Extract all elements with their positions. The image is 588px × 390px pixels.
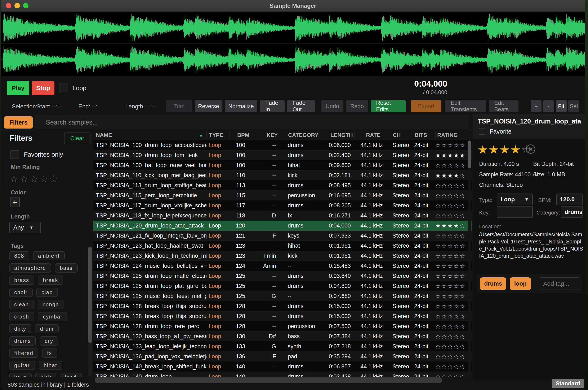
length-dropdown[interactable]: Any ▼: [9, 222, 41, 233]
sel-zoom-button[interactable]: Sel: [568, 100, 579, 112]
tag-filter-chip[interactable]: fx: [42, 348, 57, 358]
tag-filter-chip[interactable]: dirty: [9, 324, 31, 333]
table-row[interactable]: TSP_NOISIA_128_break_loop_thijs_supdrum_…: [93, 311, 471, 321]
stop-button[interactable]: Stop: [32, 81, 54, 95]
close-window-button[interactable]: [6, 3, 11, 8]
table-row[interactable]: TSP_NOISIA_125_drum_loop_plat_gare_beatL…: [93, 281, 471, 291]
minimize-window-button[interactable]: [14, 3, 20, 8]
standard-mode-button[interactable]: Standard: [552, 379, 584, 388]
favorite-checkbox[interactable]: [479, 128, 485, 135]
column-header-bpm[interactable]: BPM: [230, 132, 255, 139]
zoom-in-button[interactable]: +: [531, 100, 542, 112]
tag-filter-chip[interactable]: crash: [9, 312, 34, 321]
clear-filters-button[interactable]: Clear: [64, 133, 90, 144]
favorites-only-checkbox[interactable]: [10, 150, 19, 159]
key-input[interactable]: [497, 206, 533, 218]
table-row[interactable]: TSP_NOISIA_140_drum_loop_...Loop140--dru…: [93, 372, 471, 377]
table-row[interactable]: TSP_NOISIA_128_break_loop_thijs_supdrum_…: [93, 301, 471, 311]
table-row[interactable]: TSP_NOISIA_120_drum_loop_atac_attackLoop…: [93, 221, 471, 231]
clear-rating-button[interactable]: ✕: [526, 145, 535, 154]
sidebar-scrollbar-thumb[interactable]: [88, 246, 92, 343]
table-row[interactable]: TSP_NOISIA_123_hat_loop_haaihet_swatLoop…: [93, 241, 471, 251]
export-button[interactable]: Export: [411, 100, 441, 112]
tag-filter-chip[interactable]: lead: [60, 373, 81, 377]
zoom-out-button[interactable]: -: [543, 100, 554, 112]
sidebar-scrollbar[interactable]: [88, 246, 92, 377]
table-row[interactable]: TSP_NOISIA_136_pad_loop_vox_melodietje_d…: [93, 351, 471, 361]
edit-transients-button[interactable]: Edit Transients: [445, 100, 486, 112]
tag-filter-chip[interactable]: atmosphere: [9, 263, 51, 273]
star-filled-icon[interactable]: ★: [510, 143, 521, 156]
table-row[interactable]: TSP_NOISIA_113_drum_loop_stoffige_beatLo…: [93, 180, 471, 190]
column-header-bits[interactable]: BITS: [412, 132, 435, 139]
table-row[interactable]: TSP_NOISIA_140_break_loop_shifted_funkLo…: [93, 361, 471, 372]
edit-beats-button[interactable]: Edit Beats: [489, 100, 518, 112]
min-rating-stars[interactable]: ☆☆☆☆☆: [10, 173, 59, 185]
table-row[interactable]: TSP_NOISIA_125_drum_loop_maffe_electro_h…: [93, 271, 471, 281]
normalize-button[interactable]: Normalize: [225, 100, 257, 112]
tag-filter-chip[interactable]: bass: [55, 263, 78, 273]
tag-filter-chip[interactable]: kick: [35, 373, 56, 377]
tag-filter-chip[interactable]: keys: [9, 373, 32, 377]
redo-button[interactable]: Redo: [346, 100, 368, 112]
search-input[interactable]: Search samples...: [35, 115, 469, 129]
table-row[interactable]: TSP_NOISIA_118_fx_loop_leipefxsequence_D…: [93, 210, 471, 221]
table-row[interactable]: TSP_NOISIA_100_hat_loop_rauw_veel_bonusL…: [93, 160, 471, 170]
tag-filter-chip[interactable]: guitar: [9, 361, 35, 370]
star-filled-icon[interactable]: ★: [488, 143, 499, 156]
table-row[interactable]: TSP_NOISIA_117_drum_loop_vrolijke_scheef…: [93, 200, 471, 210]
tag-filter-chip[interactable]: cymbal: [38, 312, 67, 321]
star-filled-icon[interactable]: ★: [477, 143, 488, 156]
table-row[interactable]: TSP_NOISIA_123_kick_loop_fm_techno_minim…: [93, 251, 471, 261]
reset-edits-button[interactable]: Reset Edits: [371, 100, 406, 112]
filters-toggle-button[interactable]: Filters: [4, 116, 33, 129]
column-header-name[interactable]: NAME▲: [93, 132, 206, 139]
tag-filter-chip[interactable]: conga: [38, 300, 64, 309]
table-row[interactable]: TSP_NOISIA_100_drum_loop_accousticbeatby…: [93, 140, 471, 150]
bpm-input[interactable]: 120.0: [556, 194, 583, 205]
waveform-display[interactable]: [1, 12, 585, 76]
column-header-rate[interactable]: RATE: [354, 132, 389, 139]
sample-tag-pill[interactable]: drums: [480, 277, 506, 290]
table-row[interactable]: TSP_NOISIA_115_perc_loop_percolutieLoop1…: [93, 190, 471, 200]
tag-filter-chip[interactable]: clap: [37, 288, 58, 297]
tag-filter-chip[interactable]: choir: [9, 288, 33, 297]
tag-filter-chip[interactable]: dry: [39, 336, 58, 345]
star-filled-icon[interactable]: ★: [499, 143, 510, 156]
column-header-type[interactable]: TYPE: [206, 132, 230, 139]
column-header-key[interactable]: KEY: [255, 132, 284, 139]
tag-filter-chip[interactable]: 808: [9, 251, 29, 260]
tag-filter-chip[interactable]: drums: [9, 336, 36, 345]
column-header-ch[interactable]: CH: [389, 132, 412, 139]
trim-button[interactable]: Trim: [166, 100, 193, 112]
tag-filter-chip[interactable]: clean: [9, 300, 34, 309]
reverse-button[interactable]: Reverse: [195, 100, 222, 112]
waveform-canvas[interactable]: [1, 12, 585, 76]
fade-out-button[interactable]: Fade Out: [287, 100, 315, 112]
table-row[interactable]: TSP_NOISIA_124_music_loop_belletjes_vneu…: [93, 261, 471, 271]
table-row[interactable]: TSP_NOISIA_130_bass_loop_a1_pw_reese_seq…: [93, 331, 471, 341]
tag-filter-chip[interactable]: ambient: [33, 251, 65, 260]
tag-filter-chip[interactable]: filtered: [9, 348, 38, 358]
category-input[interactable]: drums: [561, 206, 583, 218]
table-vertical-scrollbar[interactable]: [468, 141, 471, 376]
fit-button[interactable]: Fit: [556, 100, 567, 112]
play-button[interactable]: Play: [7, 81, 29, 95]
tag-filter-chip[interactable]: break: [38, 276, 63, 285]
table-vertical-scrollbar-thumb[interactable]: [468, 141, 471, 168]
sample-tag-pill[interactable]: loop: [510, 277, 531, 290]
table-row[interactable]: TSP_NOISIA_128_drum_loop_rere_percLoop12…: [93, 321, 471, 331]
table-row[interactable]: TSP_NOISIA_133_lead_loop_leleijk_techno_…: [93, 341, 471, 351]
table-row[interactable]: TSP_NOISIA_125_music_loop_feest_met_gita…: [93, 291, 471, 301]
table-horizontal-scrollbar[interactable]: [95, 377, 442, 383]
tag-filter-chip[interactable]: drum: [35, 324, 59, 333]
tag-filter-chip[interactable]: hihat: [39, 361, 62, 370]
type-dropdown[interactable]: Loop ▼: [497, 194, 533, 205]
tag-filter-chip[interactable]: brass: [9, 276, 34, 285]
add-tag-input[interactable]: Add tag...: [540, 277, 579, 290]
undo-button[interactable]: Undo: [321, 100, 343, 112]
add-color-filter-button[interactable]: +: [10, 197, 20, 207]
column-header-category[interactable]: CATEGORY: [284, 132, 318, 139]
maximize-window-button[interactable]: [23, 3, 29, 8]
table-row[interactable]: TSP_NOISIA_100_drum_loop_tom_leukLoop100…: [93, 150, 471, 160]
